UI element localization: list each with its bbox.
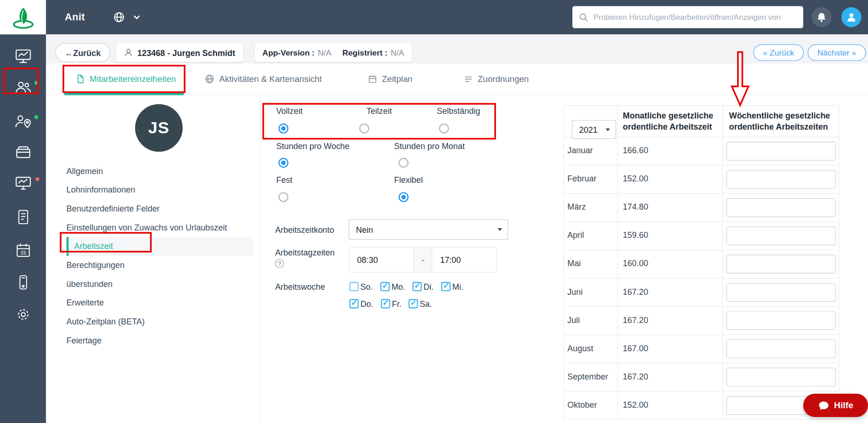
monthly-value-cell: 159.60 <box>618 222 723 250</box>
tab-zeitplan[interactable]: Zeitplan <box>368 64 413 94</box>
weekday-mo-checkbox[interactable] <box>380 282 390 291</box>
time-end-input[interactable] <box>432 248 496 272</box>
month-cell: Mai <box>564 250 618 278</box>
weekday-do-checkbox[interactable] <box>349 299 359 308</box>
weekday-so-checkbox[interactable] <box>349 282 359 291</box>
tab-label: Zuordnungen <box>478 74 529 84</box>
menu-item-berechtigungen[interactable]: Berechtigungen <box>67 256 253 275</box>
year-select[interactable]: 2021 <box>572 120 616 139</box>
calendar-icon <box>368 75 377 83</box>
weekly-hours-input[interactable] <box>726 367 836 386</box>
notifications-button[interactable] <box>812 7 831 27</box>
cards-icon <box>14 144 32 162</box>
sidebar-item-tracking[interactable] <box>0 112 46 132</box>
help-button[interactable]: Hilfe <box>803 394 868 417</box>
search-input[interactable] <box>594 13 797 22</box>
menu-item-benutzerdefinierte-felder[interactable]: Benutzerdefinierte Felder <box>67 199 253 218</box>
language-globe-icon[interactable] <box>113 12 124 23</box>
tab-mitarbeitereinzelheiten[interactable]: Mitarbeitereinzelheiten <box>76 64 176 94</box>
weekday-label: Do. <box>360 299 373 308</box>
back-button[interactable]: ←Zurück <box>56 43 110 62</box>
menu-item-arbeitszeit[interactable]: Arbeitszeit <box>67 237 253 256</box>
help-circle-icon[interactable] <box>275 259 284 268</box>
month-cell: August <box>564 335 618 363</box>
weekly-hours-input[interactable] <box>726 170 836 189</box>
menu-item-feiertage[interactable]: Feiertage <box>67 331 253 350</box>
menu-item-auto-zeitplan[interactable]: Auto-Zeitplan (BETA) <box>67 312 253 331</box>
weekday-mi-checkbox[interactable] <box>441 282 451 291</box>
basis-woche-radio[interactable] <box>279 158 289 168</box>
menu-item-allgemein[interactable]: Allgemein <box>67 162 253 180</box>
sidebar-item-dashboard[interactable] <box>0 47 46 67</box>
logo-icon <box>10 6 36 29</box>
weekly-hours-input[interactable] <box>726 142 836 161</box>
employment-teilzeit-radio[interactable] <box>359 124 369 134</box>
menu-item-ueberstunden[interactable]: überstunden <box>67 274 253 293</box>
weekday-label: Sa. <box>420 299 432 308</box>
sidebar-item-cards[interactable] <box>0 143 46 163</box>
weekday-sa-checkbox[interactable] <box>409 299 418 308</box>
user-icon <box>846 12 857 23</box>
sidebar-item-documents[interactable] <box>0 207 46 227</box>
arbeitszeitkonto-label: Arbeitszeitkonto <box>275 225 335 234</box>
month-cell: Oktober <box>564 392 618 419</box>
mode-flexibel-radio[interactable] <box>398 192 409 202</box>
monthly-value-cell: 152.00 <box>618 166 723 193</box>
monthly-value-cell: 167.20 <box>618 363 723 391</box>
app-window: Anit <box>0 0 868 423</box>
weekly-hours-input[interactable] <box>726 339 836 358</box>
user-avatar-button[interactable] <box>842 7 862 27</box>
globe-icon <box>205 74 214 83</box>
table-row: April 159.60 <box>564 222 838 250</box>
year-value: 2021 <box>579 125 597 134</box>
version-badge: App-Version : N/A Registriert : N/A <box>254 43 412 62</box>
basis-monat-radio[interactable] <box>398 158 409 168</box>
weekday-fr-checkbox[interactable] <box>381 299 390 308</box>
month-cell: Januar <box>564 137 618 165</box>
next-employee-button[interactable]: Nächster » <box>808 44 866 61</box>
tab-zuordnungen[interactable]: Zuordnungen <box>464 64 529 94</box>
sidebar-item-settings[interactable] <box>0 305 46 324</box>
sidebar-item-reports[interactable] <box>0 174 46 194</box>
tab-aktivitaeten-kartenansicht[interactable]: Aktivitäten & Kartenansicht <box>205 64 322 94</box>
month-cell: Juni <box>564 279 618 306</box>
time-separator: - <box>414 248 433 272</box>
file-icon <box>76 74 85 83</box>
mode-fest-label: Fest <box>276 175 292 184</box>
menu-item-erweiterte[interactable]: Erweiterte <box>67 293 253 312</box>
weekly-hours-input[interactable] <box>726 311 836 330</box>
weekday-sa: Sa. <box>409 299 432 308</box>
sidebar-item-device[interactable] <box>0 273 46 292</box>
employment-vollzeit-label: Vollzeit <box>276 106 303 116</box>
app-version-value: N/A <box>318 48 331 57</box>
chevron-down-icon[interactable] <box>133 15 140 19</box>
weekly-hours-input[interactable] <box>726 283 836 302</box>
menu-item-lohninformationen[interactable]: Lohninformationen <box>67 180 253 199</box>
reports-status-dot <box>36 177 39 181</box>
arbeitswoche-label: Arbeitswoche <box>275 282 325 291</box>
sidebar-nav: 15 <box>0 34 46 423</box>
panel-divider <box>260 94 260 423</box>
monthly-hours-header: Monatliche gesetzliche ordentliche Arbei… <box>618 106 723 137</box>
employment-selbstaendig-radio[interactable] <box>439 124 449 134</box>
time-start-input[interactable] <box>349 248 414 272</box>
sidebar-item-calendar[interactable]: 15 <box>0 240 46 260</box>
table-row: Oktober 152.00 <box>564 391 838 419</box>
month-cell: Februar <box>564 166 618 193</box>
weekday-label: Fr. <box>392 299 402 308</box>
sidebar-item-employees[interactable] <box>0 78 46 98</box>
menu-item-urlaubszeit[interactable]: Einstellungen von Zuwachs von Urlaubszei… <box>67 218 253 237</box>
top-bar: Anit <box>0 0 868 34</box>
mode-fest-radio[interactable] <box>279 192 289 202</box>
arbeitszeitkonto-select[interactable]: Nein <box>349 219 508 240</box>
prev-employee-button[interactable]: « Zurück <box>753 44 804 61</box>
basis-monat-label: Stunden pro Monat <box>394 141 465 150</box>
weekly-hours-input[interactable] <box>726 255 836 274</box>
weekly-hours-input[interactable] <box>726 198 836 217</box>
working-hours-table: 2021 Monatliche gesetzliche ordentliche … <box>564 105 839 420</box>
weekly-hours-input[interactable] <box>726 226 836 245</box>
active-tab-underline <box>64 93 184 95</box>
app-logo[interactable] <box>0 0 46 34</box>
weekday-di-checkbox[interactable] <box>412 282 422 291</box>
employment-vollzeit-radio[interactable] <box>279 124 289 134</box>
